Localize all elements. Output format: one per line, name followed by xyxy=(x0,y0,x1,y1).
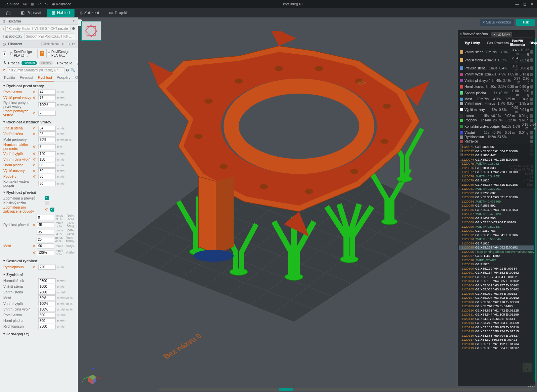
gcode-line[interactable]: 1120091 G1 F1350.783 xyxy=(459,229,534,233)
reset-icon[interactable]: ↺ xyxy=(33,152,37,156)
gcode-line[interactable]: 1120089 G1 X35.28 Y63.984 E.00169 xyxy=(459,220,534,225)
gcode-line[interactable]: 1120080 G1 X35.357 Y63.815 E.02108 xyxy=(459,183,534,187)
undo-icon[interactable]: ↶ xyxy=(38,2,41,6)
visibility-toggle[interactable] xyxy=(530,85,533,89)
visibility-toggle[interactable] xyxy=(530,119,533,122)
param-checkbox[interactable] xyxy=(45,196,49,200)
param-input[interactable] xyxy=(37,230,54,235)
visibility-toggle[interactable] xyxy=(531,79,533,82)
param-input[interactable] xyxy=(37,250,54,255)
gcode-line[interactable]: 1120094 G1 F1920 xyxy=(459,241,534,246)
param-input[interactable] xyxy=(38,95,56,100)
gcode-line[interactable]: 1120083 G1 X35.331 Y63.871 E.00136 xyxy=(459,195,534,200)
legend-row[interactable]: Rychloposun 1h2m 23.5% xyxy=(460,135,533,139)
visibility-toggle[interactable] xyxy=(530,140,533,143)
gcode-line[interactable]: 1120100 G1 X35.179 Y64.21 E-.00334 xyxy=(459,267,534,271)
gcode-line[interactable]: 1120096 ; stop printing object pctcover.… xyxy=(459,250,534,254)
gcode-line[interactable]: 1120118 G1 X35.116 Y61.192 E-.01734 xyxy=(459,342,534,346)
reset-icon[interactable]: ↺ xyxy=(33,265,37,269)
param-checkbox[interactable] xyxy=(50,208,54,212)
reset-icon[interactable]: ↺ xyxy=(33,90,37,94)
reset-profile-icon[interactable]: ↺ xyxy=(3,68,6,72)
tab-device[interactable]: ⎙ Zařízení xyxy=(75,9,104,17)
open-icon[interactable]: ⊞ xyxy=(31,2,34,6)
visibility-toggle[interactable] xyxy=(530,58,533,62)
filament-section-header[interactable]: ◎ Filament Čístit objem ⇤ ⇥ ⟳ xyxy=(0,40,78,48)
gcode-line[interactable]: 1120114 G1 X32.137 Y58.785 E-.03919 xyxy=(459,325,534,330)
filament-slot-2[interactable]: 2 xyxy=(40,51,44,56)
fil-import-icon[interactable]: ⇤ xyxy=(62,42,65,46)
fil-export-icon[interactable]: ⇥ xyxy=(67,42,70,46)
legend-row[interactable]: Límec 15s <0.1% 0.02 m 0.04 g xyxy=(460,114,533,118)
gcode-line[interactable]: 1120109 G1 X35 Y61.876 E-.01403 xyxy=(459,304,534,309)
param-input[interactable] xyxy=(38,318,56,323)
param-input[interactable] xyxy=(38,324,56,329)
tab-preview[interactable]: ▦ Náhled xyxy=(47,9,75,17)
calibrate-menu[interactable]: ⊕ Kalibrace xyxy=(52,2,71,6)
legend-row[interactable]: Vlastní 12s <0.1% 0.01 m 0.04 g xyxy=(460,130,533,135)
group-header[interactable]: Rychlost první vrstvy xyxy=(0,82,78,89)
legend-row[interactable]: Vnější stěna 42m20s 16.2% 2.64 m 7.87 g xyxy=(460,56,533,64)
param-checkbox[interactable] xyxy=(45,201,49,205)
gcode-line[interactable]: 1120078 ;WIDTH:0.349351 xyxy=(459,174,534,179)
tab-project[interactable]: ▭ Projekt xyxy=(104,9,132,17)
gcode-line[interactable]: 1120110 G1 X34.831 Y61.472 E-.01125 xyxy=(459,309,534,313)
reset-icon[interactable]: ↺ xyxy=(33,251,36,255)
visibility-toggle[interactable] xyxy=(530,66,533,70)
gcode-line[interactable]: 1120107 G1 X35.007 Y63.802 E-.00162 xyxy=(459,296,534,300)
reset-icon[interactable]: ↺ xyxy=(33,163,37,167)
fil-sync-icon[interactable]: ⟳ xyxy=(72,42,75,46)
reset-icon[interactable]: ↺ xyxy=(33,158,37,161)
param-input[interactable] xyxy=(38,102,56,107)
gcode-line[interactable]: 1120075 ;WIDTH:0.38082 xyxy=(459,162,534,166)
legend-row[interactable]: Vnitřní výplň 12m56s 4.9% 1.05 m 3.13 g xyxy=(460,72,533,76)
gcode-line[interactable]: 1120105 G1 X35.056 Y63.919 E-.00162 xyxy=(459,287,534,292)
gcode-line[interactable]: 1120081 ;WIDTH:0.397261 xyxy=(459,187,534,191)
bed-select[interactable]: Smooth PEI Podložka / High Temp P… xyxy=(24,34,75,39)
param-input[interactable] xyxy=(38,126,56,131)
gcode-line[interactable]: 1120097 G1 E-1.44 F1800 xyxy=(459,254,534,258)
gcode-line[interactable]: 1120117 G1 X34.67 Y60.686 E-.03423 xyxy=(459,338,534,342)
minimize-icon[interactable]: — xyxy=(515,2,520,6)
filament-1[interactable]: DevilDesign PLA @… xyxy=(9,49,38,58)
gcode-line[interactable]: 1120092 G1 X35.255 Y64.041 E.00186 xyxy=(459,233,534,237)
param-input[interactable] xyxy=(38,111,56,116)
visibility-toggle[interactable] xyxy=(530,108,533,111)
gcode-line[interactable]: 1120112 G1 X34.1 Y60.663 E-.01611 xyxy=(459,317,534,321)
param-input[interactable] xyxy=(38,144,56,149)
clear-volume-button[interactable]: Čístit objem xyxy=(41,42,60,46)
gcode-line[interactable]: 1120072 G1 X35.306 Y61.534 E.00889 xyxy=(459,149,534,154)
profile-gear-icon[interactable]: ⚙ xyxy=(66,68,69,72)
gcode-viewer[interactable]: 1120071 G1 F1896.56 1120072 G1 X35.306 Y… xyxy=(458,144,535,386)
param-input[interactable] xyxy=(38,151,56,156)
legend-row[interactable]: Vnitřní plná výplň 8m48s 3.4% 0.97 m 2.9… xyxy=(460,76,533,85)
gcode-line[interactable]: 1120084 ;WIDTH:0.435869 xyxy=(459,200,534,204)
visibility-toggle[interactable] xyxy=(530,135,533,139)
gcode-line[interactable]: 1120076 G1 F1834.338 xyxy=(459,166,534,170)
tab-speed[interactable]: Rychlost xyxy=(36,74,54,81)
reset-icon[interactable]: ↺ xyxy=(33,132,37,136)
legend-row[interactable]: Podpěry 1h14m 28.3% 3.22 m 9.61 g xyxy=(460,118,533,122)
legend-row[interactable]: Most 10m29s 4.0% 0.35 m 1.04 g xyxy=(460,97,533,101)
reset-icon[interactable]: ↺ xyxy=(33,126,37,130)
param-input[interactable] xyxy=(38,157,56,162)
param-input[interactable] xyxy=(38,174,56,179)
gcode-line[interactable]: 1120073 G1 F1860.447 xyxy=(459,153,534,158)
group-header[interactable]: Rychlost ostatních vrstev xyxy=(0,119,78,125)
scope-global[interactable]: Globální xyxy=(21,61,37,65)
legend-row[interactable]: Výplň mezery 42s 0.3% 0.00 m 0.01 g xyxy=(460,106,533,114)
param-input[interactable] xyxy=(38,307,56,312)
legend-row[interactable]: Vnitřní most 4m26s 1.7% 0.65 m 1.95 g xyxy=(460,101,533,106)
visibility-toggle[interactable] xyxy=(531,91,533,95)
redo-icon[interactable]: ↷ xyxy=(45,2,48,6)
close-icon[interactable]: ✕ xyxy=(530,2,534,6)
reset-icon[interactable]: ↺ xyxy=(33,96,37,100)
visibility-toggle[interactable] xyxy=(530,102,533,105)
visibility-toggle[interactable] xyxy=(530,50,533,54)
gcode-line[interactable]: 1120086 G1 X35.306 Y63.928 E.00153 xyxy=(459,208,534,212)
gcode-line[interactable]: 1120115 G1 X32.163 Y58.274 E-.01315 xyxy=(459,329,534,334)
visibility-toggle[interactable] xyxy=(530,131,533,134)
gcode-line[interactable]: 1120111 G1 X34.544 Y61.105 E-.01199 xyxy=(459,313,534,317)
param-input[interactable] xyxy=(38,181,56,186)
gcode-line[interactable]: 1120099 G1 F1920 xyxy=(459,262,534,267)
